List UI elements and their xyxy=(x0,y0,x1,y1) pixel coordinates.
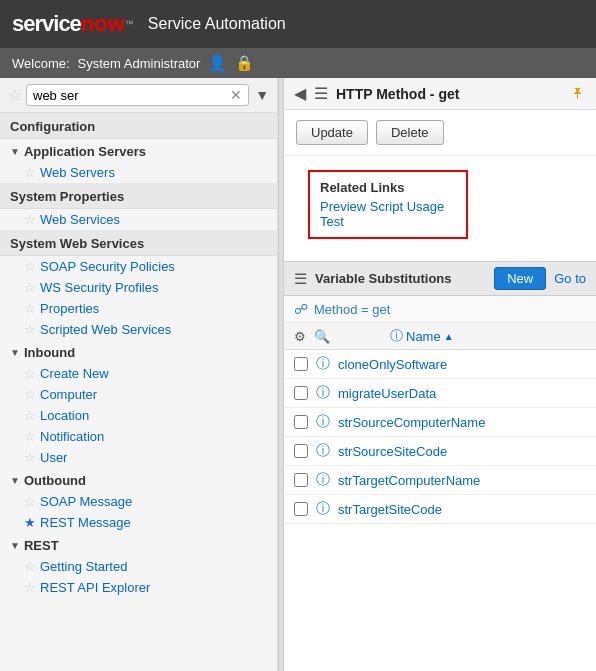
lock-icon[interactable]: 🔒 xyxy=(235,54,254,72)
related-links-box: Related Links Preview Script Usage Test xyxy=(308,170,468,239)
row-name-link[interactable]: migrateUserData xyxy=(338,386,436,401)
row-name-link[interactable]: strSourceSiteCode xyxy=(338,444,447,459)
star-icon[interactable]: ☆ xyxy=(24,301,36,316)
table-row: ⓘ cloneOnlySoftware xyxy=(284,350,596,379)
var-section-header: ☰ Variable Substitutions New Go to xyxy=(284,261,596,296)
update-button[interactable]: Update xyxy=(296,120,368,145)
collapse-arrow-icon: ▼ xyxy=(10,347,20,358)
nav-group-inbound[interactable]: ▼ Inbound xyxy=(0,340,277,363)
main-layout: ☆ ✕ ▼ Configuration▼ Application Servers… xyxy=(0,78,596,671)
content-header: ◀ ☰ HTTP Method - get 🖈 xyxy=(284,78,596,110)
nav-section-system-properties: System Properties xyxy=(0,183,277,209)
star-icon[interactable]: ☆ xyxy=(24,408,36,423)
sidebar: ☆ ✕ ▼ Configuration▼ Application Servers… xyxy=(0,78,278,671)
menu-icon[interactable]: ☰ xyxy=(314,84,328,103)
action-bar: Update Delete xyxy=(284,110,596,156)
variable-table: ⓘ cloneOnlySoftware ⓘ migrateUserData ⓘ … xyxy=(284,350,596,524)
star-icon[interactable]: ☆ xyxy=(24,494,36,509)
row-name-link[interactable]: cloneOnlySoftware xyxy=(338,357,447,372)
name-column-header[interactable]: ⓘ Name ▲ xyxy=(390,327,586,345)
star-icon[interactable]: ☆ xyxy=(24,450,36,465)
name-col-label: Name xyxy=(406,329,441,344)
nav-item-scripted-web-services[interactable]: ☆ Scripted Web Services xyxy=(0,319,277,340)
nav-item-location[interactable]: ☆ Location xyxy=(0,405,277,426)
star-icon[interactable]: ☆ xyxy=(24,559,36,574)
filter-icon[interactable]: ☍ xyxy=(294,301,308,317)
nav-item-web-services[interactable]: ☆ Web Services xyxy=(0,209,277,230)
delete-button[interactable]: Delete xyxy=(376,120,444,145)
goto-button[interactable]: Go to xyxy=(554,271,586,286)
search-dropdown-icon[interactable]: ▼ xyxy=(255,87,269,103)
row-checkbox[interactable] xyxy=(294,386,308,400)
name-col-info-icon[interactable]: ⓘ xyxy=(390,327,403,345)
search-input[interactable] xyxy=(33,88,230,103)
table-row: ⓘ strSourceComputerName xyxy=(284,408,596,437)
table-row: ⓘ strTargetSiteCode xyxy=(284,495,596,524)
back-icon[interactable]: ◀ xyxy=(294,84,306,103)
row-info-icon[interactable]: ⓘ xyxy=(316,471,330,489)
collapse-arrow-icon: ▼ xyxy=(10,475,20,486)
star-icon[interactable]: ★ xyxy=(24,515,36,530)
related-link-preview-script[interactable]: Preview Script Usage xyxy=(320,199,456,214)
star-icon[interactable]: ☆ xyxy=(24,280,36,295)
new-variable-button[interactable]: New xyxy=(494,267,546,290)
row-checkbox[interactable] xyxy=(294,473,308,487)
star-icon[interactable]: ☆ xyxy=(24,366,36,381)
logo-now: now xyxy=(81,11,125,37)
clear-search-icon[interactable]: ✕ xyxy=(230,87,242,103)
star-icon[interactable]: ☆ xyxy=(24,580,36,595)
nav-item-soap-message[interactable]: ☆ SOAP Message xyxy=(0,491,277,512)
table-toolbar: ⚙ 🔍 ⓘ Name ▲ xyxy=(284,323,596,350)
nav-item-user[interactable]: ☆ User xyxy=(0,447,277,468)
row-info-icon[interactable]: ⓘ xyxy=(316,384,330,402)
star-icon[interactable]: ☆ xyxy=(24,165,36,180)
related-link-test[interactable]: Test xyxy=(320,214,456,229)
row-info-icon[interactable]: ⓘ xyxy=(316,413,330,431)
nav-item-computer[interactable]: ☆ Computer xyxy=(0,384,277,405)
nav-item-properties[interactable]: ☆ Properties xyxy=(0,298,277,319)
welcome-user: System Administrator xyxy=(78,56,201,71)
row-name-link[interactable]: strTargetSiteCode xyxy=(338,502,442,517)
row-info-icon[interactable]: ⓘ xyxy=(316,442,330,460)
row-info-icon[interactable]: ⓘ xyxy=(316,355,330,373)
favorite-icon[interactable]: ☆ xyxy=(8,86,22,105)
related-links-section: Related Links Preview Script Usage Test xyxy=(284,156,596,253)
star-icon[interactable]: ☆ xyxy=(24,212,36,227)
attachment-icon[interactable]: 🖈 xyxy=(570,85,586,103)
nav-item-ws-security-profiles[interactable]: ☆ WS Security Profiles xyxy=(0,277,277,298)
row-checkbox[interactable] xyxy=(294,415,308,429)
star-icon[interactable]: ☆ xyxy=(24,387,36,402)
table-search-icon[interactable]: 🔍 xyxy=(314,329,330,344)
nav-item-soap-security-policies[interactable]: ☆ SOAP Security Policies xyxy=(0,256,277,277)
row-name-link[interactable]: strTargetComputerName xyxy=(338,473,480,488)
nav-item-rest-message[interactable]: ★ REST Message xyxy=(0,512,277,533)
user-icon[interactable]: 👤 xyxy=(208,54,227,72)
collapse-arrow-icon: ▼ xyxy=(10,146,20,157)
nav-item-web-servers[interactable]: ☆ Web Servers xyxy=(0,162,277,183)
row-checkbox[interactable] xyxy=(294,444,308,458)
welcome-label: Welcome: xyxy=(12,56,70,71)
row-checkbox[interactable] xyxy=(294,502,308,516)
var-section-menu-icon[interactable]: ☰ xyxy=(294,270,307,288)
table-gear-icon[interactable]: ⚙ xyxy=(294,329,306,344)
star-icon[interactable]: ☆ xyxy=(24,322,36,337)
nav-item-notification[interactable]: ☆ Notification xyxy=(0,426,277,447)
nav-container: Configuration▼ Application Servers☆ Web … xyxy=(0,113,277,598)
row-checkbox[interactable] xyxy=(294,357,308,371)
filter-text: Method = get xyxy=(314,302,390,317)
row-info-icon[interactable]: ⓘ xyxy=(316,500,330,518)
nav-group-application-servers[interactable]: ▼ Application Servers xyxy=(0,139,277,162)
nav-item-rest-api-explorer[interactable]: ☆ REST API Explorer xyxy=(0,577,277,598)
nav-group-outbound[interactable]: ▼ Outbound xyxy=(0,468,277,491)
nav-item-getting-started[interactable]: ☆ Getting Started xyxy=(0,556,277,577)
row-name-link[interactable]: strSourceComputerName xyxy=(338,415,485,430)
star-icon[interactable]: ☆ xyxy=(24,259,36,274)
star-icon[interactable]: ☆ xyxy=(24,429,36,444)
content-area: ◀ ☰ HTTP Method - get 🖈 Update Delete Re… xyxy=(284,78,596,671)
related-links-title: Related Links xyxy=(320,180,456,195)
nav-item-create-new[interactable]: ☆ Create New xyxy=(0,363,277,384)
welcome-bar: Welcome: System Administrator 👤 🔒 xyxy=(0,48,596,78)
collapse-arrow-icon: ▼ xyxy=(10,540,20,551)
logo-tm: ™ xyxy=(125,19,134,29)
nav-group-rest[interactable]: ▼ REST xyxy=(0,533,277,556)
